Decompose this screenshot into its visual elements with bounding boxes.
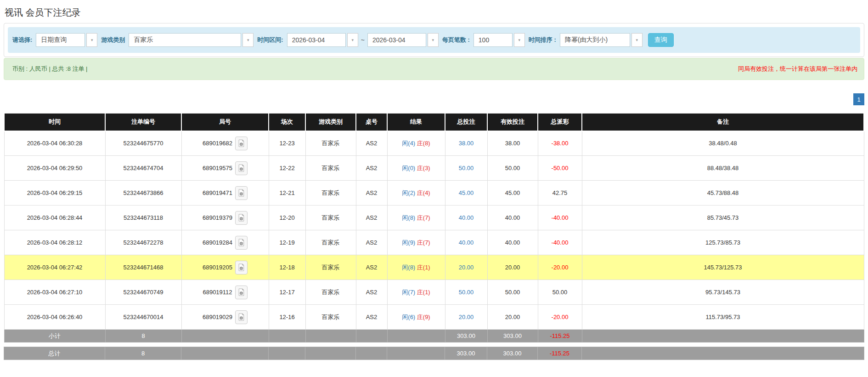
bet-total-link[interactable]: 50.00 bbox=[459, 289, 474, 296]
game-type-cell-value: 百家乐 bbox=[322, 264, 340, 271]
session-value: 12-23 bbox=[279, 140, 294, 147]
video-replay-button[interactable] bbox=[235, 310, 248, 324]
game-type-select[interactable]: 百家乐 ▾ bbox=[129, 33, 254, 47]
query-button[interactable]: 查询 bbox=[648, 33, 674, 47]
cell-valid-bet: 20.00 bbox=[487, 255, 538, 280]
valid-bet-value: 38.00 bbox=[505, 140, 520, 147]
time-value: 2026-03-04 06:30:28 bbox=[27, 140, 83, 147]
chevron-down-icon[interactable]: ▾ bbox=[242, 33, 254, 47]
bet-total-link[interactable]: 45.00 bbox=[459, 189, 474, 196]
table-row: 2026-03-04 06:29:15523244673866689019471… bbox=[4, 181, 864, 206]
summary-empty-cell bbox=[356, 330, 387, 343]
cell-bet-id: 523244673866 bbox=[105, 181, 181, 206]
date-range-tilde: ~ bbox=[361, 36, 365, 44]
game-type-cell-value: 百家乐 bbox=[322, 214, 340, 221]
bet-total-link[interactable]: 40.00 bbox=[459, 214, 474, 221]
result-banker: 庄(9) bbox=[417, 314, 430, 320]
result-player: 闲(8) bbox=[402, 264, 415, 271]
chevron-down-icon[interactable]: ▾ bbox=[428, 33, 439, 47]
page-size-select[interactable]: 100 ▾ bbox=[473, 33, 525, 47]
cell-game-type: 百家乐 bbox=[305, 131, 356, 156]
cell-session: 12-21 bbox=[269, 181, 305, 206]
summary-payout: -115.25 bbox=[550, 332, 569, 339]
summary-empty-cell bbox=[387, 330, 445, 343]
table-no-value: AS2 bbox=[366, 165, 378, 171]
cell-game-type: 百家乐 bbox=[305, 280, 356, 305]
cell-valid-bet: 40.00 bbox=[487, 230, 538, 255]
bet-total-link[interactable]: 38.00 bbox=[459, 140, 474, 147]
payout-value: 42.75 bbox=[552, 189, 568, 196]
cell-table-no: AS2 bbox=[356, 230, 387, 255]
cell-time: 2026-03-04 06:28:44 bbox=[4, 206, 105, 230]
sort-order-select[interactable]: 降幂(由大到小) ▾ bbox=[560, 33, 643, 47]
column-header: 总投注 bbox=[445, 114, 487, 131]
summary-empty-cell bbox=[305, 347, 356, 360]
video-replay-button[interactable] bbox=[235, 186, 248, 200]
notice-bar: 币别 : 人民币 | 总共 :8 注单 | 同局有效投注，统一计算在该局第一张注… bbox=[4, 58, 864, 80]
cell-result: 闲(6) 庄(9) bbox=[387, 305, 445, 330]
cell-time: 2026-03-04 06:29:50 bbox=[4, 156, 105, 181]
time-value: 2026-03-04 06:29:50 bbox=[27, 165, 83, 171]
bet-total-link[interactable]: 20.00 bbox=[459, 314, 474, 320]
cell-session: 12-22 bbox=[269, 156, 305, 181]
cell-time: 2026-03-04 06:27:42 bbox=[4, 255, 105, 280]
summary-label-cell: 总计 bbox=[4, 347, 105, 360]
summary-valid-bet: 303.00 bbox=[503, 350, 522, 357]
column-header: 时间 bbox=[4, 114, 105, 131]
cell-time: 2026-03-04 06:26:40 bbox=[4, 305, 105, 330]
bet-total-link[interactable]: 40.00 bbox=[459, 239, 474, 246]
cell-time: 2026-03-04 06:29:15 bbox=[4, 181, 105, 206]
video-replay-button[interactable] bbox=[235, 211, 248, 225]
video-replay-button[interactable] bbox=[235, 161, 248, 175]
valid-bet-value: 20.00 bbox=[505, 314, 520, 320]
table-no-value: AS2 bbox=[366, 140, 378, 147]
table-row: 2026-03-04 06:26:40523244670014689019029… bbox=[4, 305, 864, 330]
chevron-down-icon[interactable]: ▾ bbox=[631, 33, 643, 47]
chevron-down-icon[interactable]: ▾ bbox=[347, 33, 358, 47]
cell-time: 2026-03-04 06:28:12 bbox=[4, 230, 105, 255]
date-to-select[interactable]: 2026-03-04 ▾ bbox=[367, 33, 439, 47]
cell-result: 闲(9) 庄(7) bbox=[387, 230, 445, 255]
query-type-label: 请选择: bbox=[12, 36, 32, 44]
round-id-value: 689019029 bbox=[203, 314, 232, 320]
chevron-down-icon[interactable]: ▾ bbox=[514, 33, 525, 47]
column-header: 注单编号 bbox=[105, 114, 181, 131]
time-value: 2026-03-04 06:27:10 bbox=[27, 289, 83, 296]
bet-total-link[interactable]: 20.00 bbox=[459, 264, 474, 271]
time-range-label: 时间区间: bbox=[257, 36, 283, 44]
game-type-cell-value: 百家乐 bbox=[322, 239, 340, 246]
query-type-value: 日期查询 bbox=[36, 33, 85, 47]
cell-remark: 125.73/85.73 bbox=[582, 230, 864, 255]
cell-table-no: AS2 bbox=[356, 255, 387, 280]
page-button-1[interactable]: 1 bbox=[853, 93, 864, 105]
cell-bet-total: 50.00 bbox=[445, 156, 487, 181]
table-no-value: AS2 bbox=[366, 189, 378, 196]
remark-value: 45.73/88.48 bbox=[707, 189, 739, 196]
video-replay-button[interactable] bbox=[235, 261, 248, 274]
result-banker: 庄(3) bbox=[417, 165, 430, 171]
bet-id-value: 523244675770 bbox=[124, 140, 163, 147]
video-replay-button[interactable] bbox=[235, 137, 248, 150]
bet-id-value: 523244673118 bbox=[124, 214, 163, 221]
valid-bet-value: 40.00 bbox=[505, 239, 520, 246]
query-type-select[interactable]: 日期查询 ▾ bbox=[36, 33, 97, 47]
round-id-value: 689019112 bbox=[203, 289, 232, 296]
chevron-down-icon[interactable]: ▾ bbox=[86, 33, 97, 47]
date-from-select[interactable]: 2026-03-04 ▾ bbox=[287, 33, 358, 47]
video-replay-button[interactable] bbox=[235, 286, 248, 299]
round-id-value: 689019575 bbox=[203, 165, 232, 171]
time-value: 2026-03-04 06:28:44 bbox=[27, 214, 83, 221]
summary-empty-cell bbox=[305, 330, 356, 343]
cell-payout: 42.75 bbox=[538, 181, 582, 206]
valid-bet-value: 50.00 bbox=[505, 289, 520, 296]
filter-panel: 请选择: 日期查询 ▾ 游戏类别 百家乐 ▾ 时间区间: 2026-03-04 … bbox=[4, 23, 864, 57]
summary-empty-cell bbox=[387, 347, 445, 360]
payout-value: -38.00 bbox=[552, 140, 569, 147]
cell-bet-id: 523244674704 bbox=[105, 156, 181, 181]
page-size-label: 每页笔数 : bbox=[442, 36, 470, 44]
page-title: 视讯 会员下注纪录 bbox=[5, 6, 864, 19]
table-row: 2026-03-04 06:27:42523244671468689019205… bbox=[4, 255, 864, 280]
video-replay-button[interactable] bbox=[235, 236, 248, 250]
cell-table-no: AS2 bbox=[356, 206, 387, 230]
bet-total-link[interactable]: 50.00 bbox=[459, 165, 474, 171]
